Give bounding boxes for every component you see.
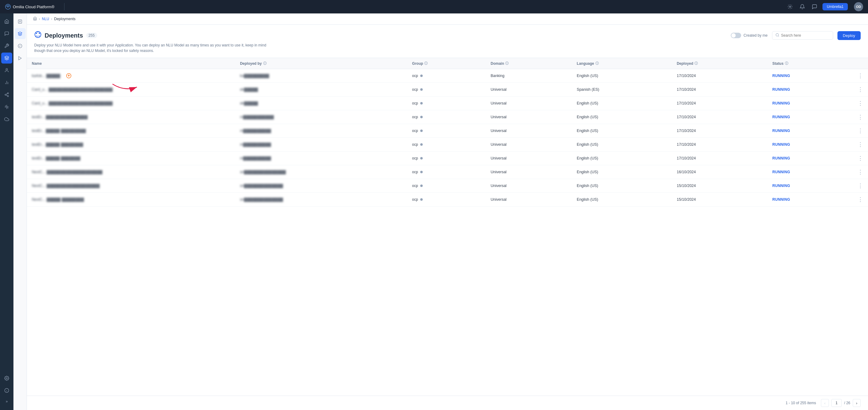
group-dot: [420, 185, 423, 187]
secondary-icon-deploy[interactable]: [15, 28, 26, 39]
svg-point-26: [776, 34, 778, 36]
pagination: 1 - 10 of 255 items ‹ / 26 ›: [27, 396, 868, 410]
sidebar-item-users[interactable]: [1, 65, 12, 76]
sidebar-item-cloud[interactable]: [1, 114, 12, 125]
sidebar-item-deploy[interactable]: [1, 53, 12, 64]
cell-status: RUNNING: [768, 138, 853, 152]
secondary-icon-models[interactable]: [15, 40, 26, 51]
svg-point-2: [789, 6, 791, 8]
breadcrumb-nlu[interactable]: NLU: [42, 17, 49, 21]
group-dot: [420, 116, 423, 118]
cell-domain: Universal: [486, 124, 572, 138]
cell-menu[interactable]: ⋮: [853, 83, 868, 97]
cell-menu[interactable]: ⋮: [853, 179, 868, 193]
brand-name: Omilia Cloud Platform®: [13, 5, 54, 9]
row-menu-btn[interactable]: ⋮: [858, 169, 863, 176]
cell-deployed-date: 16/10/2024: [672, 165, 768, 179]
cell-menu[interactable]: ⋮: [853, 69, 868, 83]
secondary-icon-test[interactable]: [15, 53, 26, 64]
status-badge: RUNNING: [772, 74, 790, 78]
cell-deployed-date: 17/10/2024: [672, 152, 768, 165]
row-menu-btn[interactable]: ⋮: [858, 196, 863, 203]
cell-menu[interactable]: ⋮: [853, 97, 868, 110]
cell-menu[interactable]: ⋮: [853, 165, 868, 179]
cell-language: English (US): [572, 179, 672, 193]
col-deployed-by-info[interactable]: ⓘ: [263, 61, 267, 66]
cell-group: ocp: [407, 165, 486, 179]
workspace-selector[interactable]: Umbrella1: [823, 3, 848, 10]
sidebar-item-tools[interactable]: [1, 40, 12, 51]
sidebar-item-settings[interactable]: [1, 373, 12, 384]
cell-status: RUNNING: [768, 110, 853, 124]
cell-group: ocp: [407, 83, 486, 97]
cell-status: RUNNING: [768, 69, 853, 83]
cell-group: ocp: [407, 138, 486, 152]
col-status-info[interactable]: ⓘ: [785, 61, 788, 66]
cell-menu[interactable]: ⋮: [853, 110, 868, 124]
sidebar-item-analytics[interactable]: [1, 77, 12, 88]
name-text: Card_u... ▓▓▓▓▓▓▓▓▓▓▓▓▓▓▓▓▓▓▓▓▓▓▓: [32, 101, 113, 105]
col-language-info[interactable]: ⓘ: [595, 61, 599, 66]
search-input[interactable]: [781, 33, 830, 38]
col-domain-info[interactable]: ⓘ: [505, 61, 508, 66]
breadcrumb-home[interactable]: [33, 17, 37, 21]
table-row: testEr... ▓▓▓▓▓ ▓▓▓▓▓▓▓m▓▓▓▓▓▓▓▓▓▓ocp Un…: [27, 152, 868, 165]
row-menu-btn[interactable]: ⋮: [858, 72, 863, 79]
breadcrumb-sep-1: ›: [39, 17, 40, 21]
pagination-next-btn[interactable]: ›: [853, 399, 861, 407]
cell-domain: Universal: [486, 83, 572, 97]
table-row: Card_u... ▓▓▓▓▓▓▓▓▓▓▓▓▓▓▓▓▓▓▓▓▓▓▓ek▓▓▓▓▓…: [27, 97, 868, 110]
table-body: ka4ok... ▓▓▓▓▓ ka▓▓▓▓▓▓▓▓▓ocp BankingEng…: [27, 69, 868, 207]
pagination-info: 1 - 10 of 255 items: [786, 401, 816, 405]
sidebar-item-home[interactable]: [1, 16, 12, 27]
sidebar-item-ideas[interactable]: [1, 101, 12, 113]
deploy-button[interactable]: Deploy: [837, 31, 861, 40]
brand-logo: Omilia Cloud Platform®: [5, 4, 54, 10]
table-row: testEr... ▓▓▓▓▓▓▓▓▓▓▓▓▓▓▓m▓▓▓▓▓▓▓▓▓▓▓ocp…: [27, 110, 868, 124]
group-dot: [420, 88, 423, 91]
upload-icon[interactable]: [66, 73, 71, 78]
row-menu-btn[interactable]: ⋮: [858, 155, 863, 162]
cell-name: NextC... ▓▓▓▓▓ ▓▓▓▓▓▓▓▓: [27, 193, 235, 207]
created-by-me-toggle[interactable]: [731, 33, 741, 38]
breadcrumb: › NLU › Deployments: [27, 13, 868, 25]
user-avatar[interactable]: OD: [854, 2, 863, 11]
nav-divider: [64, 3, 64, 10]
settings-icon[interactable]: [786, 2, 794, 11]
notifications-icon[interactable]: [798, 2, 807, 11]
col-deployed-info[interactable]: ⓘ: [694, 61, 698, 66]
cell-deployed-date: 15/10/2024: [672, 179, 768, 193]
deployed-by-text: sn▓▓▓▓▓▓▓▓▓▓▓▓▓▓: [240, 197, 283, 202]
toggle-label: Created by me: [744, 33, 768, 38]
search-box[interactable]: [772, 31, 833, 40]
col-deployed: Deployedⓘ: [672, 58, 768, 69]
pagination-prev-btn[interactable]: ‹: [821, 399, 829, 407]
cell-menu[interactable]: ⋮: [853, 138, 868, 152]
cell-name: Card_u... ▓▓▓▓▓▓▓▓▓▓▓▓▓▓▓▓▓▓▓▓▓▓▓: [27, 97, 235, 110]
sidebar-item-chat[interactable]: [1, 28, 12, 39]
deployed-by-text: sn▓▓▓▓▓▓▓▓▓▓▓▓▓▓: [240, 184, 283, 188]
sidebar-item-connect[interactable]: [1, 89, 12, 100]
row-menu-btn[interactable]: ⋮: [858, 182, 863, 189]
main-sidebar: »: [0, 13, 13, 410]
page-title: Deployments: [44, 32, 83, 39]
svg-point-8: [5, 94, 6, 95]
sidebar-expand-btn[interactable]: »: [1, 397, 12, 406]
messages-icon[interactable]: [810, 2, 819, 11]
col-group-info[interactable]: ⓘ: [424, 61, 428, 66]
cell-menu[interactable]: ⋮: [853, 193, 868, 207]
cell-status: RUNNING: [768, 165, 853, 179]
row-menu-btn[interactable]: ⋮: [858, 127, 863, 134]
name-text: testEr... ▓▓▓▓▓ ▓▓▓▓▓▓▓▓: [32, 143, 83, 147]
row-menu-btn[interactable]: ⋮: [858, 141, 863, 148]
group-dot: [420, 143, 423, 146]
row-menu-btn[interactable]: ⋮: [858, 100, 863, 106]
cell-deployed-by: ek▓▓▓▓▓: [235, 97, 407, 110]
sidebar-item-info[interactable]: [1, 385, 12, 396]
row-menu-btn[interactable]: ⋮: [858, 114, 863, 120]
row-menu-btn[interactable]: ⋮: [858, 86, 863, 93]
cell-menu[interactable]: ⋮: [853, 152, 868, 165]
secondary-icon-nlu[interactable]: [15, 16, 26, 27]
pagination-page-input[interactable]: [831, 399, 842, 407]
cell-menu[interactable]: ⋮: [853, 124, 868, 138]
